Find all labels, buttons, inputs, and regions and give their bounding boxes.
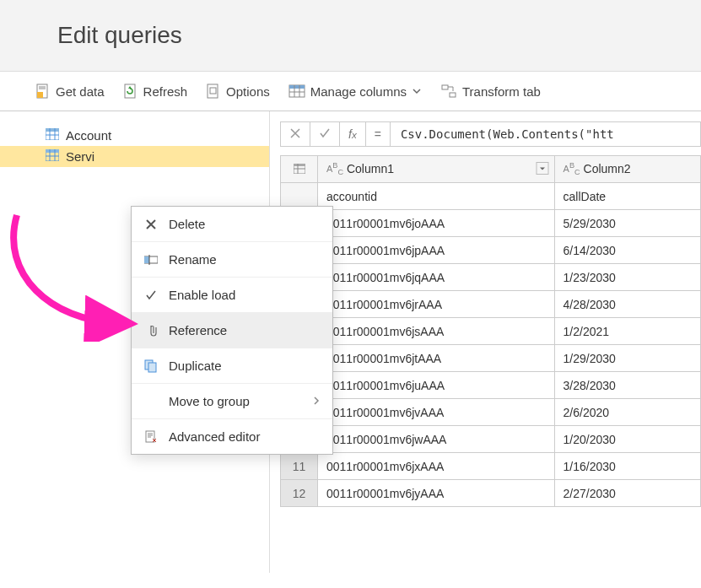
table-row[interactable]: 0011r00001mv6jvAAA2/6/2020 <box>281 399 701 426</box>
chevron-down-icon <box>412 86 422 96</box>
ctx-enable-load[interactable]: Enable load <box>132 278 332 313</box>
svg-rect-8 <box>450 93 456 97</box>
cell-column2[interactable]: 5/29/2030 <box>554 210 700 237</box>
data-table: ABC Column1 ABC Column2 accountidcallDat… <box>280 155 701 507</box>
page-title: Edit queries <box>57 22 701 49</box>
cell-column2[interactable]: 3/28/2030 <box>554 372 700 399</box>
table-row[interactable]: 110011r00001mv6jxAAA1/16/2030 <box>281 453 701 480</box>
cell-column1[interactable]: 0011r00001mv6jxAAA <box>318 453 555 480</box>
cell-column2[interactable]: callDate <box>554 183 700 210</box>
cell-column2[interactable]: 6/14/2030 <box>554 237 700 264</box>
cell-column1[interactable]: 0011r00001mv6jrAAA <box>318 291 555 318</box>
cell-column1[interactable]: 0011r00001mv6jqAAA <box>318 264 555 291</box>
formula-input[interactable]: Csv.Document(Web.Contents("htt <box>391 127 624 141</box>
cell-column1[interactable]: accountid <box>318 183 555 210</box>
svg-rect-10 <box>46 128 59 132</box>
refresh-label: Refresh <box>143 84 188 99</box>
cell-column1[interactable]: 0011r00001mv6juAAA <box>318 372 555 399</box>
ctx-label: Rename <box>169 252 217 267</box>
ctx-duplicate[interactable]: Duplicate <box>132 348 332 384</box>
options-button[interactable]: Options <box>201 80 275 102</box>
ctx-reference[interactable]: Reference <box>132 313 332 348</box>
table-row[interactable]: 0011r00001mv6jqAAA1/23/2030 <box>281 264 701 291</box>
check-icon <box>319 127 331 142</box>
close-icon <box>289 127 301 142</box>
table-icon <box>46 128 59 143</box>
context-menu: Delete Rename Enable load Reference Dupl… <box>131 206 333 455</box>
col-header-1[interactable]: ABC Column1 <box>318 156 555 183</box>
cell-column2[interactable]: 2/6/2020 <box>554 399 700 426</box>
cell-column2[interactable]: 1/23/2030 <box>554 264 700 291</box>
table-row[interactable]: 0011r00001mv6joAAA5/29/2030 <box>281 210 701 237</box>
dropdown-icon[interactable] <box>536 161 549 177</box>
table-row[interactable]: 0011r00001mv6jtAAA1/29/2030 <box>281 345 701 372</box>
row-number[interactable]: 11 <box>281 453 318 480</box>
manage-columns-label: Manage columns <box>310 84 407 99</box>
check-icon <box>143 289 159 301</box>
ctx-label: Move to group <box>169 394 250 408</box>
options-label: Options <box>226 84 270 99</box>
refresh-button[interactable]: Refresh <box>118 80 193 102</box>
cell-column1[interactable]: 0011r00001mv6jyAAA <box>318 480 555 507</box>
svg-rect-1 <box>37 92 43 98</box>
formula-confirm-button[interactable] <box>310 122 340 146</box>
ctx-move-to-group[interactable]: Move to group <box>132 384 332 419</box>
columns-icon <box>288 84 305 99</box>
get-data-label: Get data <box>56 84 105 99</box>
query-label: Servi <box>66 149 94 164</box>
table-row[interactable]: 0011r00001mv6jrAAA4/28/2030 <box>281 291 701 318</box>
table-corner[interactable] <box>281 156 318 183</box>
formula-equals: = <box>366 122 391 146</box>
table-row[interactable]: 120011r00001mv6jyAAA2/27/2030 <box>281 480 701 507</box>
attachment-icon <box>143 324 159 337</box>
col-header-label: Column2 <box>584 162 631 175</box>
cell-column1[interactable]: 0011r00001mv6jvAAA <box>318 399 555 426</box>
manage-columns-button[interactable]: Manage columns <box>283 80 427 102</box>
transform-table-button[interactable]: Transform tab <box>435 80 546 102</box>
cell-column2[interactable]: 1/20/2030 <box>554 426 700 453</box>
cell-column2[interactable]: 4/28/2030 <box>554 291 700 318</box>
query-item-account[interactable]: Account <box>0 125 269 146</box>
formula-cancel-button[interactable] <box>281 122 310 146</box>
formula-bar: fx = Csv.Document(Web.Contents("htt <box>280 121 701 147</box>
col-header-label: Column1 <box>347 162 394 175</box>
row-number[interactable]: 12 <box>281 480 318 507</box>
cell-column2[interactable]: 1/29/2030 <box>554 345 700 372</box>
ctx-rename[interactable]: Rename <box>132 242 332 278</box>
cell-column1[interactable]: 0011r00001mv6jpAAA <box>318 237 555 264</box>
col-header-2[interactable]: ABC Column2 <box>554 156 700 183</box>
cell-column2[interactable]: 1/2/2021 <box>554 318 700 345</box>
main-area: Account Servi fx = Csv.Document(Web.Cont <box>0 111 701 573</box>
ctx-label: Delete <box>169 217 205 231</box>
query-item-service[interactable]: Servi <box>0 146 269 167</box>
transform-icon <box>440 84 457 99</box>
get-data-icon <box>35 84 51 99</box>
table-row[interactable]: 0011r00001mv6jwAAA1/20/2030 <box>281 426 701 453</box>
refresh-icon <box>123 84 138 99</box>
cell-column1[interactable]: 0011r00001mv6jsAAA <box>318 318 555 345</box>
cell-column1[interactable]: 0011r00001mv6jwAAA <box>318 426 555 453</box>
ctx-advanced-editor[interactable]: Advanced editor <box>132 419 332 454</box>
duplicate-icon <box>143 359 159 373</box>
cell-column1[interactable]: 0011r00001mv6jtAAA <box>318 345 555 372</box>
table-row[interactable]: 0011r00001mv6jsAAA1/2/2021 <box>281 318 701 345</box>
table-icon <box>46 149 59 164</box>
advanced-editor-icon <box>143 430 159 444</box>
cell-column2[interactable]: 2/27/2030 <box>554 480 700 507</box>
ctx-label: Reference <box>169 323 227 337</box>
ctx-label: Enable load <box>169 288 235 302</box>
table-row[interactable]: 0011r00001mv6jpAAA6/14/2030 <box>281 237 701 264</box>
cell-column2[interactable]: 1/16/2030 <box>554 453 700 480</box>
table-row[interactable]: 0011r00001mv6juAAA3/28/2030 <box>281 372 701 399</box>
svg-rect-14 <box>294 164 305 166</box>
ctx-delete[interactable]: Delete <box>132 207 332 242</box>
get-data-button[interactable]: Get data <box>30 80 110 102</box>
cell-column1[interactable]: 0011r00001mv6joAAA <box>318 210 555 237</box>
query-label: Account <box>66 128 111 143</box>
svg-rect-19 <box>148 363 156 372</box>
transform-label: Transform tab <box>462 84 541 99</box>
ctx-label: Advanced editor <box>169 429 260 444</box>
fx-label: fx <box>340 122 366 146</box>
table-row[interactable]: accountidcallDate <box>281 183 701 210</box>
svg-rect-7 <box>442 85 448 89</box>
